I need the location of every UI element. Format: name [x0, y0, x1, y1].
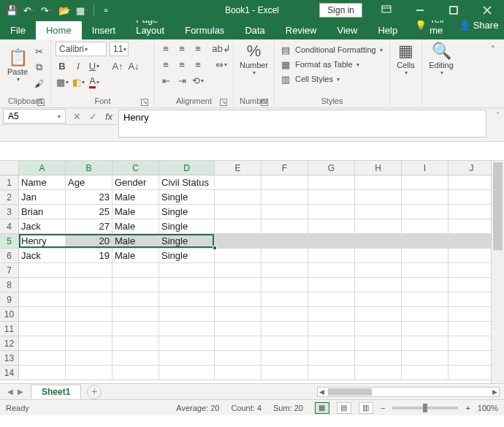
- cell[interactable]: [159, 278, 215, 292]
- row-header[interactable]: 13: [0, 351, 19, 366]
- cell[interactable]: [215, 190, 261, 205]
- decrease-font-icon[interactable]: A↓: [127, 59, 140, 72]
- col-header[interactable]: B: [66, 161, 112, 175]
- format-as-table-button[interactable]: ▦Format as Table▾: [279, 58, 385, 71]
- col-header[interactable]: E: [215, 161, 261, 175]
- row-header[interactable]: 5: [0, 234, 19, 249]
- font-name-select[interactable]: Calibri▾: [56, 42, 107, 56]
- cell[interactable]: Male: [112, 234, 159, 249]
- cell[interactable]: [308, 351, 355, 366]
- cell[interactable]: [215, 205, 261, 219]
- fill-color-button[interactable]: ◧▾: [72, 75, 85, 88]
- cell[interactable]: [261, 234, 308, 249]
- row-header[interactable]: 2: [0, 190, 19, 205]
- zoom-in-button[interactable]: +: [465, 404, 470, 412]
- cell[interactable]: [448, 205, 495, 219]
- cell[interactable]: [308, 292, 355, 307]
- cell[interactable]: [402, 307, 448, 322]
- cell[interactable]: [355, 234, 402, 249]
- row-header[interactable]: 3: [0, 205, 19, 219]
- cell[interactable]: [112, 322, 159, 336]
- cell[interactable]: Male: [112, 205, 159, 219]
- cell[interactable]: [402, 205, 448, 219]
- cell[interactable]: [19, 263, 66, 278]
- cell[interactable]: [402, 190, 448, 205]
- cell[interactable]: Single: [159, 205, 215, 219]
- cell[interactable]: [402, 219, 448, 234]
- close-button[interactable]: [470, 0, 504, 20]
- normal-view-button[interactable]: ▦: [315, 402, 329, 414]
- cell[interactable]: [261, 292, 308, 307]
- cell[interactable]: [402, 322, 448, 336]
- cell[interactable]: [402, 292, 448, 307]
- cell[interactable]: [448, 249, 495, 263]
- copy-icon[interactable]: ⧉: [32, 61, 45, 74]
- cell[interactable]: [448, 234, 495, 249]
- align-center-icon[interactable]: ≡: [175, 58, 188, 71]
- undo-icon[interactable]: ↶▾: [23, 4, 35, 16]
- cell[interactable]: [308, 278, 355, 292]
- col-header[interactable]: H: [355, 161, 402, 175]
- zoom-slider[interactable]: [392, 407, 458, 409]
- cell[interactable]: [261, 278, 308, 292]
- qat-customize-icon[interactable]: ≡: [100, 4, 112, 16]
- cell-styles-button[interactable]: ▥Cell Styles▾: [279, 72, 385, 86]
- cell[interactable]: [215, 219, 261, 234]
- cell[interactable]: [308, 249, 355, 263]
- cell[interactable]: [19, 322, 66, 336]
- cell[interactable]: [448, 175, 495, 190]
- cell[interactable]: [261, 366, 308, 380]
- cell[interactable]: [215, 263, 261, 278]
- tab-view[interactable]: View: [327, 21, 367, 39]
- cell[interactable]: [112, 263, 159, 278]
- cell[interactable]: Single: [159, 190, 215, 205]
- row-header[interactable]: 10: [0, 307, 19, 322]
- cell[interactable]: Gender: [112, 175, 159, 190]
- cell[interactable]: [355, 292, 402, 307]
- dialog-launcher-icon[interactable]: ↘: [261, 99, 268, 106]
- cell[interactable]: [308, 263, 355, 278]
- page-break-view-button[interactable]: ▥: [359, 402, 373, 414]
- align-middle-icon[interactable]: ≡: [175, 42, 188, 55]
- cell[interactable]: [355, 263, 402, 278]
- cell[interactable]: [261, 190, 308, 205]
- underline-button[interactable]: U▾: [88, 59, 101, 72]
- cell[interactable]: [159, 263, 215, 278]
- cell[interactable]: [355, 366, 402, 380]
- cell[interactable]: [66, 336, 112, 351]
- cell[interactable]: [215, 292, 261, 307]
- row-header[interactable]: 9: [0, 292, 19, 307]
- cell[interactable]: [448, 278, 495, 292]
- ribbon-options-icon[interactable]: [370, 0, 403, 20]
- cell[interactable]: Civil Status: [159, 175, 215, 190]
- cell[interactable]: [402, 351, 448, 366]
- cell[interactable]: [261, 175, 308, 190]
- cell[interactable]: 27: [66, 219, 112, 234]
- cell[interactable]: [66, 263, 112, 278]
- align-bottom-icon[interactable]: ≡: [191, 42, 205, 55]
- enter-icon[interactable]: ✓: [85, 111, 101, 122]
- col-header[interactable]: I: [402, 161, 448, 175]
- cell[interactable]: [66, 322, 112, 336]
- increase-indent-icon[interactable]: ⇥: [175, 74, 188, 87]
- cell[interactable]: [402, 278, 448, 292]
- cell[interactable]: [215, 234, 261, 249]
- editing-button[interactable]: 🔍 Editing ▾: [427, 42, 456, 78]
- increase-font-icon[interactable]: A↑: [111, 59, 124, 72]
- cell[interactable]: [355, 175, 402, 190]
- cell[interactable]: [261, 249, 308, 263]
- cell[interactable]: [448, 307, 495, 322]
- row-header[interactable]: 14: [0, 366, 19, 380]
- cell[interactable]: [402, 249, 448, 263]
- cell[interactable]: [448, 190, 495, 205]
- collapse-ribbon-icon[interactable]: ˄: [486, 42, 500, 56]
- cell[interactable]: [112, 292, 159, 307]
- merge-center-icon[interactable]: ⇔▾: [215, 58, 228, 71]
- cell[interactable]: 25: [66, 205, 112, 219]
- font-size-select[interactable]: 11▾: [110, 42, 129, 56]
- sheet-nav-next-icon[interactable]: ▶: [18, 388, 23, 396]
- cell[interactable]: [159, 351, 215, 366]
- cell[interactable]: Age: [66, 175, 112, 190]
- cell[interactable]: [448, 292, 495, 307]
- tab-home[interactable]: Home: [36, 21, 82, 39]
